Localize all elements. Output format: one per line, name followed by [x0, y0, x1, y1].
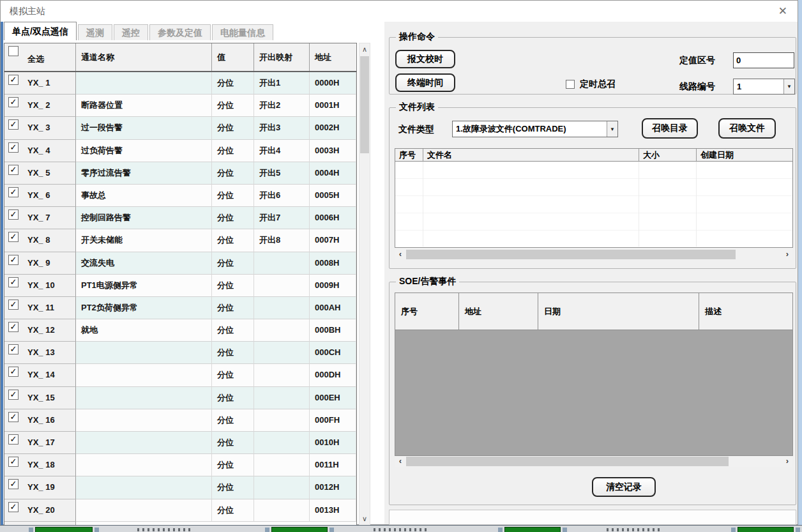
- row-checkbox[interactable]: ✓: [8, 97, 19, 107]
- row-id: YX_ 3: [27, 117, 50, 139]
- row-checkbox[interactable]: ✓: [8, 232, 19, 242]
- row-checkbox[interactable]: ✓: [8, 300, 19, 310]
- column-divider: [696, 162, 697, 247]
- file-table-hscrollbar[interactable]: ‹ ›: [395, 249, 792, 260]
- soe-col-header-3: 描述: [699, 293, 792, 330]
- tab-4[interactable]: 电能量信息: [212, 24, 273, 40]
- soe-table-hscrollbar[interactable]: ‹ ›: [395, 456, 792, 467]
- address-cell: 000BH: [310, 319, 356, 342]
- led-cap: [563, 528, 567, 532]
- tab-2[interactable]: 遥控: [114, 24, 148, 40]
- scroll-right-icon[interactable]: ›: [782, 249, 792, 260]
- scroll-right-icon[interactable]: ›: [782, 456, 792, 467]
- tab-1[interactable]: 遥测: [78, 24, 112, 40]
- scroll-up-icon[interactable]: ∧: [359, 44, 370, 55]
- value-cell: 分位: [212, 297, 254, 319]
- row-checkbox[interactable]: ✓: [8, 390, 19, 400]
- chevron-down-icon[interactable]: ▼: [783, 79, 794, 94]
- led-indicator: [35, 527, 93, 532]
- message-time-sync-button[interactable]: 报文校时: [395, 50, 455, 68]
- row-id: YX_ 19: [27, 476, 55, 498]
- scroll-left-icon[interactable]: ‹: [395, 249, 405, 260]
- address-cell: 0011H: [310, 454, 356, 476]
- mapping-cell: [254, 454, 310, 476]
- line-number-select[interactable]: 1 ▼: [733, 79, 795, 95]
- chevron-down-icon[interactable]: ▼: [607, 121, 617, 137]
- scrollbar-thumb[interactable]: [406, 457, 729, 466]
- scroll-down-icon[interactable]: ∨: [359, 513, 370, 524]
- select-all-label: 全选: [27, 54, 44, 65]
- value-cell: 分位: [212, 117, 254, 139]
- call-file-button[interactable]: 召唤文件: [718, 118, 776, 139]
- row-checkbox[interactable]: ✓: [8, 457, 19, 467]
- value-cell: 分位: [212, 364, 254, 386]
- tab-0[interactable]: 单点/双点遥信: [4, 22, 77, 40]
- scheduled-general-call-checkbox[interactable]: [566, 80, 575, 89]
- value-cell: 分位: [212, 454, 254, 476]
- signal-row: ✓YX_ 11PT2负荷侧异常分位000AH: [4, 297, 356, 319]
- row-checkbox[interactable]: ✓: [8, 209, 19, 220]
- row-checkbox[interactable]: ✓: [8, 142, 19, 153]
- mapping-cell: 开出7: [254, 207, 310, 229]
- row-header: ✓YX_ 14: [4, 364, 76, 386]
- row-checkbox[interactable]: ✓: [8, 277, 19, 287]
- row-checkbox[interactable]: ✓: [8, 412, 19, 422]
- row-checkbox[interactable]: ✓: [8, 187, 19, 197]
- mapping-cell: [254, 387, 310, 409]
- row-checkbox[interactable]: ✓: [8, 479, 19, 489]
- row-header: ✓YX_ 10: [4, 275, 76, 297]
- file-col-header-1: 文件名: [423, 149, 639, 161]
- signal-table-scrollbar[interactable]: ∧ ∨: [359, 43, 370, 526]
- row-id: YX_ 14: [27, 364, 55, 386]
- scrollbar-thumb[interactable]: [360, 56, 369, 153]
- line-number-value: 1: [734, 79, 783, 94]
- row-checkbox[interactable]: ✓: [8, 165, 19, 175]
- soe-panel: SOE/告警事件 序号地址日期描述 ‹ › 清空记录: [389, 282, 796, 505]
- setting-zone-input[interactable]: 0: [733, 52, 794, 68]
- title-bar: 模拟主站 ✕: [1, 1, 798, 22]
- row-header: ✓YX_ 19: [4, 476, 76, 499]
- call-directory-button[interactable]: 召唤目录: [642, 118, 698, 139]
- signal-row: ✓YX_ 17分位0010H: [4, 432, 356, 454]
- col-header-value: 值: [212, 43, 254, 71]
- row-header: ✓YX_ 16: [4, 409, 76, 432]
- row-header: ✓YX_ 18: [4, 454, 76, 476]
- select-all-checkbox[interactable]: [8, 46, 19, 56]
- address-cell: 0006H: [310, 207, 356, 229]
- dialog-window: 模拟主站 ✕ 单点/双点遥信遥测遥控参数及定值电能量信息 全选 通道名称 值 开…: [0, 0, 798, 525]
- row-checkbox[interactable]: ✓: [8, 434, 19, 445]
- row-checkbox[interactable]: ✓: [8, 344, 19, 354]
- row-checkbox[interactable]: ✓: [8, 502, 19, 512]
- background-window-edge-left: [1, 22, 3, 526]
- row-id: YX_ 16: [27, 409, 55, 431]
- signal-row: ✓YX_ 18分位0011H: [4, 454, 356, 476]
- scrollbar-thumb[interactable]: [406, 250, 736, 259]
- terminal-time-button[interactable]: 终端时间: [395, 73, 455, 92]
- mapping-cell: [254, 432, 310, 454]
- row-checkbox[interactable]: ✓: [8, 367, 19, 377]
- channel-name-cell: 过负荷告警: [76, 140, 212, 162]
- row-checkbox[interactable]: ✓: [8, 119, 19, 130]
- row-checkbox[interactable]: ✓: [8, 255, 19, 265]
- mapping-cell: 开出4: [254, 140, 310, 162]
- close-icon[interactable]: ✕: [778, 1, 787, 22]
- scroll-left-icon[interactable]: ‹: [395, 456, 405, 467]
- screen: 模拟主站 ✕ 单点/双点遥信遥测遥控参数及定值电能量信息 全选 通道名称 值 开…: [0, 0, 802, 532]
- value-cell: 分位: [212, 275, 254, 297]
- file-table-header: 序号文件名大小创建日期: [395, 149, 792, 162]
- clear-records-button[interactable]: 清空记录: [592, 477, 656, 497]
- channel-name-cell: [76, 409, 212, 432]
- select-all-header-cell: 全选: [4, 43, 76, 71]
- led-indicator: [738, 527, 794, 532]
- row-checkbox[interactable]: ✓: [8, 322, 19, 332]
- file-type-select[interactable]: 1.故障录波文件(COMTRADE) ▼: [452, 121, 618, 137]
- row-checkbox[interactable]: ✓: [8, 75, 19, 85]
- signal-row: ✓YX_ 13分位000CH: [4, 342, 356, 364]
- soe-col-header-2: 日期: [538, 293, 699, 330]
- mapping-cell: [254, 275, 310, 297]
- signal-table-body: ✓YX_ 1分位开出10000H✓YX_ 2断路器位置分位开出20001H✓YX…: [4, 72, 356, 525]
- file-type-label: 文件类型: [398, 124, 434, 135]
- operation-panel: 操作命令 报文校时 终端时间 定时总召 定值区号 0 线路编号 1 ▼: [389, 37, 796, 95]
- tab-3[interactable]: 参数及定值: [149, 24, 211, 40]
- row-id: YX_ 2: [27, 95, 50, 116]
